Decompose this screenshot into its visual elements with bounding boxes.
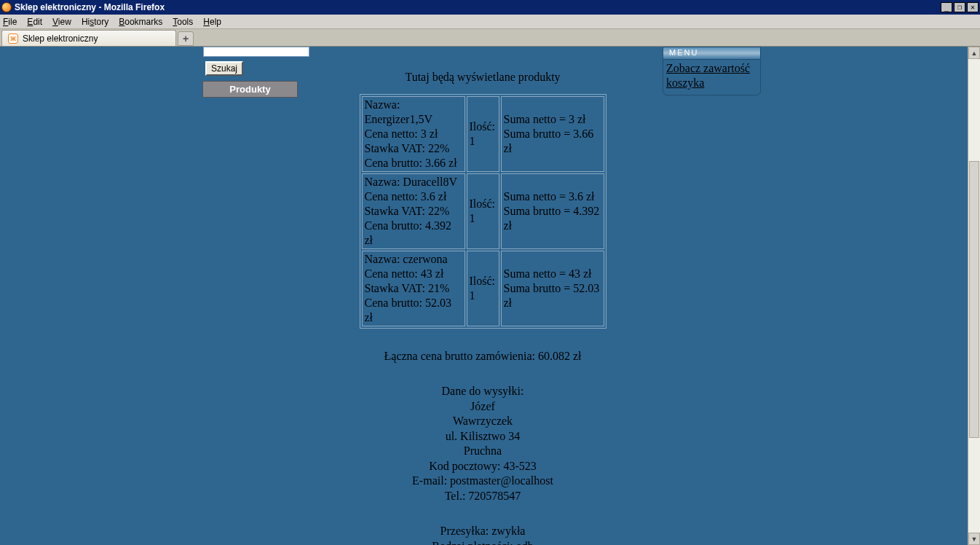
minimize-button[interactable]: _ — [941, 2, 952, 12]
cart-table: Nazwa: Energizer1,5VCena netto: 3 złStaw… — [360, 94, 606, 329]
menu-edit[interactable]: Edit — [27, 17, 42, 27]
cell-description: Nazwa: Energizer1,5VCena netto: 3 złStaw… — [362, 96, 465, 172]
cell-quantity: Ilość: 1 — [467, 173, 499, 249]
tab-active[interactable]: ж Sklep elektroniczny — [1, 30, 176, 46]
cell-sum: Suma netto = 3 złSuma brutto = 3.66 zł — [501, 96, 604, 172]
cell-quantity: Ilość: 1 — [467, 251, 499, 326]
vertical-scrollbar[interactable]: ▲ ▼ — [968, 47, 980, 545]
table-row: Nazwa: czerwonaCena netto: 43 złStawka V… — [362, 251, 604, 326]
viewport: Szukaj Produkty MENU Zobacz zawartość ko… — [0, 47, 980, 545]
menu-file[interactable]: File — [3, 17, 17, 27]
new-tab-button[interactable]: + — [178, 31, 194, 46]
cell-description: Nazwa: czerwonaCena netto: 43 złStawka V… — [362, 251, 465, 326]
page-content: Szukaj Produkty MENU Zobacz zawartość ko… — [0, 47, 968, 545]
scroll-track[interactable] — [968, 59, 980, 533]
menu-history[interactable]: History — [82, 17, 108, 27]
tab-strip: ж Sklep elektroniczny + — [0, 29, 980, 47]
table-row: Nazwa: Energizer1,5VCena netto: 3 złStaw… — [362, 96, 604, 172]
main-heading: Tutaj będą wyświetlane produkty — [204, 71, 762, 84]
cell-quantity: Ilość: 1 — [467, 96, 499, 172]
cell-description: Nazwa: Duracell8VCena netto: 3.6 złStawk… — [362, 173, 465, 249]
firefox-icon — [1, 2, 12, 12]
menu-bookmarks[interactable]: Bookmarks — [119, 17, 162, 27]
scroll-up-button[interactable]: ▲ — [968, 47, 980, 59]
order-total: Łączna cena brutto zamówienia: 60.082 zł — [204, 349, 762, 364]
xampp-icon: ж — [8, 34, 18, 44]
scroll-down-button[interactable]: ▼ — [968, 533, 980, 545]
window-title: Sklep elektroniczny - Mozilla Firefox — [15, 2, 165, 12]
menu-tools[interactable]: Tools — [173, 17, 193, 27]
scroll-thumb[interactable] — [969, 161, 979, 438]
menu-view[interactable]: View — [52, 17, 71, 27]
table-row: Nazwa: Duracell8VCena netto: 3.6 złStawk… — [362, 173, 604, 249]
maximize-button[interactable]: ❐ — [954, 2, 965, 12]
close-button[interactable]: ✕ — [967, 2, 979, 12]
cell-sum: Suma netto = 3.6 złSuma brutto = 4.392 z… — [501, 173, 604, 249]
delivery-block: Przesyłka: zwykła Rodzaj płatności: odb — [204, 524, 762, 545]
menubar: File Edit View History Bookmarks Tools H… — [0, 15, 980, 29]
main-content: Tutaj będą wyświetlane produkty Nazwa: E… — [204, 47, 762, 545]
cell-sum: Suma netto = 43 złSuma brutto = 52.03 zł — [501, 251, 604, 326]
shipping-block: Dane do wysyłki: Józef Wawrzyczek ul. Ki… — [204, 384, 762, 503]
menu-help[interactable]: Help — [203, 17, 221, 27]
tab-label: Sklep elektroniczny — [23, 34, 98, 44]
window-titlebar: Sklep elektroniczny - Mozilla Firefox _ … — [0, 0, 980, 15]
